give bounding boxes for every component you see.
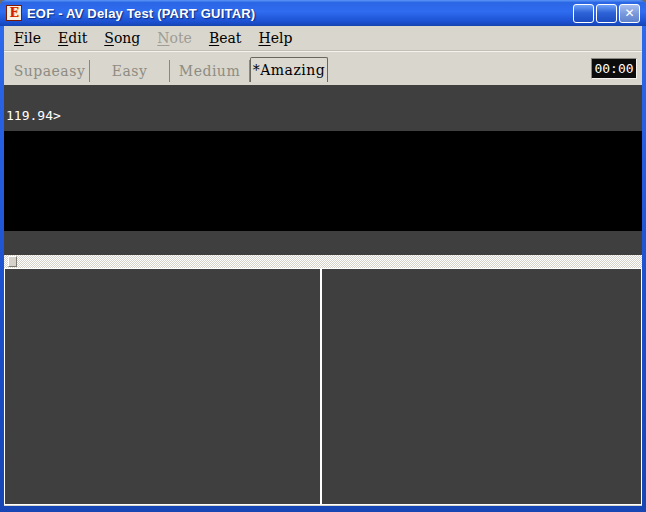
maximize-button[interactable]	[596, 4, 617, 23]
menu-bar: FileEditSongNoteBeatHelp	[4, 26, 642, 51]
information-panel	[4, 268, 321, 505]
beat-marker-strip	[4, 85, 642, 131]
tab-easy[interactable]: Easy	[90, 60, 170, 82]
menu-help[interactable]: Help	[258, 30, 292, 46]
app-icon: E	[6, 5, 22, 21]
menu-song[interactable]: Song	[104, 30, 140, 46]
close-icon: ✕	[624, 7, 634, 19]
note-lanes-area[interactable]	[4, 131, 642, 231]
client-area: FileEditSongNoteBeatHelp SupaeasyEasyMed…	[4, 26, 642, 506]
title-bar: E EOF - AV Delay Test (PART GUITAR) ✕	[0, 0, 646, 26]
menu-note[interactable]: Note	[157, 30, 192, 46]
timeline[interactable]	[4, 231, 642, 255]
window-controls: ✕	[573, 4, 640, 23]
eof-window: E EOF - AV Delay Test (PART GUITAR) ✕ Fi…	[0, 0, 646, 512]
bpm-marker: 119.94>	[6, 108, 61, 123]
minimize-button[interactable]	[573, 4, 594, 23]
menu-beat[interactable]: Beat	[209, 30, 242, 46]
scrollbar-thumb[interactable]	[8, 256, 17, 267]
piano-roll-editor[interactable]: 119.94>	[4, 85, 642, 255]
window-title: EOF - AV Delay Test (PART GUITAR)	[27, 6, 573, 21]
close-button[interactable]: ✕	[619, 4, 640, 23]
toolbar: SupaeasyEasyMedium*Amazing 00:00	[4, 51, 642, 85]
preview-3d-panel	[321, 268, 642, 505]
menu-edit[interactable]: Edit	[58, 30, 87, 46]
horizontal-scrollbar[interactable]	[4, 255, 642, 268]
difficulty-tabs: SupaeasyEasyMedium*Amazing	[10, 59, 328, 82]
fretboard-3d-view	[322, 269, 641, 504]
tab-supaeasy[interactable]: Supaeasy	[10, 60, 90, 82]
transport-controls: 00:00	[589, 58, 637, 79]
tab-amazing[interactable]: *Amazing	[250, 57, 328, 82]
tab-medium[interactable]: Medium	[170, 60, 250, 82]
time-display: 00:00	[591, 58, 637, 79]
menu-file[interactable]: File	[14, 30, 41, 46]
